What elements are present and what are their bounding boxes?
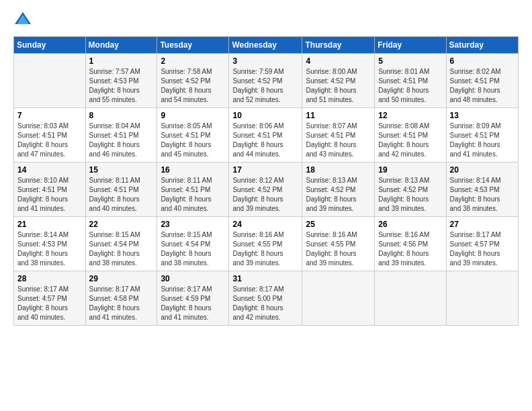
day-number: 27 <box>450 220 515 229</box>
day-number: 29 <box>89 274 154 283</box>
day-number: 11 <box>306 111 371 120</box>
day-info: Sunrise: 8:11 AM Sunset: 4:51 PM Dayligh… <box>161 176 225 214</box>
calendar-cell: 1Sunrise: 7:57 AM Sunset: 4:53 PM Daylig… <box>85 54 157 108</box>
weekday-header: Monday <box>85 37 157 54</box>
calendar-cell: 9Sunrise: 8:05 AM Sunset: 4:51 PM Daylig… <box>157 108 229 163</box>
day-info: Sunrise: 8:16 AM Sunset: 4:56 PM Dayligh… <box>378 230 442 268</box>
day-number: 2 <box>161 56 225 66</box>
day-info: Sunrise: 8:03 AM Sunset: 4:51 PM Dayligh… <box>17 122 82 159</box>
day-info: Sunrise: 7:59 AM Sunset: 4:52 PM Dayligh… <box>232 67 298 105</box>
weekday-header: Saturday <box>446 37 518 54</box>
day-number: 10 <box>232 111 298 120</box>
calendar-cell: 28Sunrise: 8:17 AM Sunset: 4:57 PM Dayli… <box>14 271 86 326</box>
calendar-cell: 31Sunrise: 8:17 AM Sunset: 5:00 PM Dayli… <box>229 271 302 326</box>
day-info: Sunrise: 8:04 AM Sunset: 4:51 PM Dayligh… <box>89 122 154 159</box>
day-info: Sunrise: 8:13 AM Sunset: 4:52 PM Dayligh… <box>378 176 442 214</box>
day-number: 5 <box>378 56 442 66</box>
weekday-header: Wednesday <box>229 37 302 54</box>
day-number: 4 <box>306 56 371 66</box>
day-info: Sunrise: 8:06 AM Sunset: 4:51 PM Dayligh… <box>232 122 298 159</box>
day-info: Sunrise: 8:16 AM Sunset: 4:55 PM Dayligh… <box>232 230 298 268</box>
day-number: 22 <box>89 220 154 229</box>
day-info: Sunrise: 8:08 AM Sunset: 4:51 PM Dayligh… <box>378 122 442 159</box>
day-info: Sunrise: 8:14 AM Sunset: 4:53 PM Dayligh… <box>450 176 515 214</box>
logo-icon <box>13 11 32 30</box>
day-info: Sunrise: 8:07 AM Sunset: 4:51 PM Dayligh… <box>306 122 371 159</box>
calendar-cell: 22Sunrise: 8:15 AM Sunset: 4:54 PM Dayli… <box>85 217 157 271</box>
calendar-cell: 3Sunrise: 7:59 AM Sunset: 4:52 PM Daylig… <box>229 54 302 108</box>
calendar-cell: 20Sunrise: 8:14 AM Sunset: 4:53 PM Dayli… <box>446 163 518 217</box>
day-number: 25 <box>306 220 371 229</box>
day-info: Sunrise: 8:00 AM Sunset: 4:52 PM Dayligh… <box>306 67 371 105</box>
calendar-cell: 4Sunrise: 8:00 AM Sunset: 4:52 PM Daylig… <box>302 54 375 108</box>
header <box>13 11 519 30</box>
day-info: Sunrise: 8:13 AM Sunset: 4:52 PM Dayligh… <box>306 176 371 214</box>
day-number: 26 <box>378 220 442 229</box>
calendar-header-row: SundayMondayTuesdayWednesdayThursdayFrid… <box>14 37 519 54</box>
day-number: 8 <box>89 111 154 120</box>
day-info: Sunrise: 8:05 AM Sunset: 4:51 PM Dayligh… <box>161 122 225 159</box>
day-number: 3 <box>232 56 298 66</box>
day-info: Sunrise: 8:02 AM Sunset: 4:51 PM Dayligh… <box>450 67 515 105</box>
day-number: 16 <box>161 165 225 175</box>
day-info: Sunrise: 7:58 AM Sunset: 4:52 PM Dayligh… <box>161 67 225 105</box>
day-number: 6 <box>450 56 515 66</box>
day-info: Sunrise: 8:17 AM Sunset: 4:59 PM Dayligh… <box>161 285 225 322</box>
calendar-cell <box>446 271 518 326</box>
day-number: 21 <box>17 220 82 229</box>
calendar-cell: 5Sunrise: 8:01 AM Sunset: 4:51 PM Daylig… <box>375 54 446 108</box>
day-info: Sunrise: 8:10 AM Sunset: 4:51 PM Dayligh… <box>17 176 82 214</box>
calendar-cell: 21Sunrise: 8:14 AM Sunset: 4:53 PM Dayli… <box>14 217 86 271</box>
calendar-week-row: 1Sunrise: 7:57 AM Sunset: 4:53 PM Daylig… <box>14 54 519 108</box>
day-number: 7 <box>17 111 82 120</box>
calendar-week-row: 14Sunrise: 8:10 AM Sunset: 4:51 PM Dayli… <box>14 163 519 217</box>
calendar-cell: 10Sunrise: 8:06 AM Sunset: 4:51 PM Dayli… <box>229 108 302 163</box>
calendar-cell: 24Sunrise: 8:16 AM Sunset: 4:55 PM Dayli… <box>229 217 302 271</box>
calendar-cell <box>375 271 446 326</box>
calendar-cell: 2Sunrise: 7:58 AM Sunset: 4:52 PM Daylig… <box>157 54 229 108</box>
calendar-cell: 19Sunrise: 8:13 AM Sunset: 4:52 PM Dayli… <box>375 163 446 217</box>
calendar-cell: 13Sunrise: 8:09 AM Sunset: 4:51 PM Dayli… <box>446 108 518 163</box>
calendar-cell: 30Sunrise: 8:17 AM Sunset: 4:59 PM Dayli… <box>157 271 229 326</box>
day-info: Sunrise: 8:17 AM Sunset: 4:57 PM Dayligh… <box>17 285 82 322</box>
day-number: 13 <box>450 111 515 120</box>
calendar-cell: 26Sunrise: 8:16 AM Sunset: 4:56 PM Dayli… <box>375 217 446 271</box>
day-info: Sunrise: 7:57 AM Sunset: 4:53 PM Dayligh… <box>89 67 154 105</box>
calendar-cell: 29Sunrise: 8:17 AM Sunset: 4:58 PM Dayli… <box>85 271 157 326</box>
day-number: 20 <box>450 165 515 175</box>
logo <box>13 11 35 30</box>
calendar-week-row: 7Sunrise: 8:03 AM Sunset: 4:51 PM Daylig… <box>14 108 519 163</box>
day-info: Sunrise: 8:09 AM Sunset: 4:51 PM Dayligh… <box>450 122 515 159</box>
calendar-cell: 17Sunrise: 8:12 AM Sunset: 4:52 PM Dayli… <box>229 163 302 217</box>
day-number: 30 <box>161 274 225 283</box>
day-info: Sunrise: 8:17 AM Sunset: 4:57 PM Dayligh… <box>450 230 515 268</box>
day-info: Sunrise: 8:17 AM Sunset: 5:00 PM Dayligh… <box>232 285 298 322</box>
weekday-header: Thursday <box>302 37 375 54</box>
day-info: Sunrise: 8:16 AM Sunset: 4:55 PM Dayligh… <box>306 230 371 268</box>
day-number: 31 <box>232 274 298 283</box>
day-number: 12 <box>378 111 442 120</box>
day-info: Sunrise: 8:11 AM Sunset: 4:51 PM Dayligh… <box>89 176 154 214</box>
day-info: Sunrise: 8:12 AM Sunset: 4:52 PM Dayligh… <box>232 176 298 214</box>
day-number: 15 <box>89 165 154 175</box>
day-number: 23 <box>161 220 225 229</box>
calendar-cell: 12Sunrise: 8:08 AM Sunset: 4:51 PM Dayli… <box>375 108 446 163</box>
day-number: 28 <box>17 274 82 283</box>
calendar: SundayMondayTuesdayWednesdayThursdayFrid… <box>13 36 519 326</box>
day-number: 18 <box>306 165 371 175</box>
calendar-week-row: 28Sunrise: 8:17 AM Sunset: 4:57 PM Dayli… <box>14 271 519 326</box>
day-info: Sunrise: 8:14 AM Sunset: 4:53 PM Dayligh… <box>17 230 82 268</box>
calendar-week-row: 21Sunrise: 8:14 AM Sunset: 4:53 PM Dayli… <box>14 217 519 271</box>
day-number: 1 <box>89 56 154 66</box>
calendar-cell: 7Sunrise: 8:03 AM Sunset: 4:51 PM Daylig… <box>14 108 86 163</box>
day-info: Sunrise: 8:15 AM Sunset: 4:54 PM Dayligh… <box>89 230 154 268</box>
day-number: 9 <box>161 111 225 120</box>
calendar-cell: 11Sunrise: 8:07 AM Sunset: 4:51 PM Dayli… <box>302 108 375 163</box>
calendar-cell <box>14 54 86 108</box>
weekday-header: Sunday <box>14 37 86 54</box>
calendar-cell: 14Sunrise: 8:10 AM Sunset: 4:51 PM Dayli… <box>14 163 86 217</box>
calendar-cell: 15Sunrise: 8:11 AM Sunset: 4:51 PM Dayli… <box>85 163 157 217</box>
calendar-cell: 18Sunrise: 8:13 AM Sunset: 4:52 PM Dayli… <box>302 163 375 217</box>
calendar-cell: 6Sunrise: 8:02 AM Sunset: 4:51 PM Daylig… <box>446 54 518 108</box>
calendar-cell: 8Sunrise: 8:04 AM Sunset: 4:51 PM Daylig… <box>85 108 157 163</box>
